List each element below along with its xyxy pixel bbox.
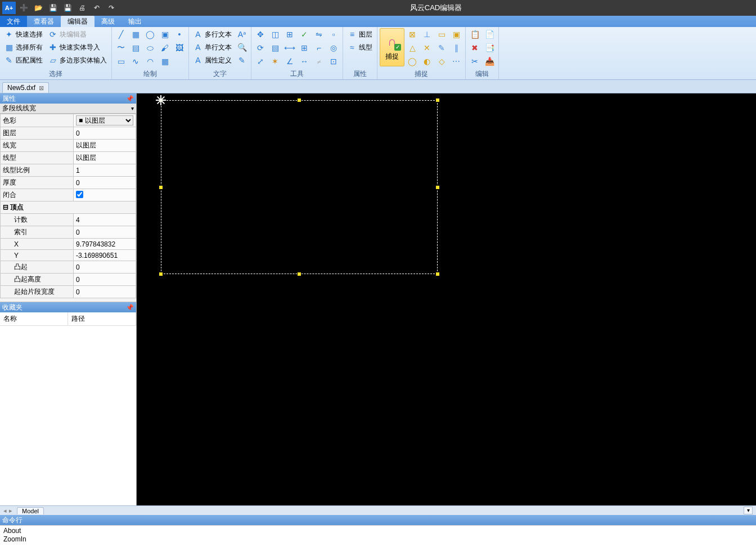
menu-editor[interactable]: 编辑器 — [61, 16, 94, 27]
snap-mid-button[interactable]: △ — [406, 42, 419, 54]
print-icon[interactable]: 🖨 — [75, 2, 89, 14]
prop-val[interactable]: 0 — [74, 261, 136, 274]
snap-nea-button[interactable]: ▭ — [435, 28, 448, 41]
open-icon[interactable]: 📂 — [32, 2, 45, 14]
prop-group[interactable]: ⊟ 顶点 — [1, 201, 136, 214]
prop-图层-value[interactable]: 0 — [76, 129, 80, 137]
prop-val[interactable]: ■ 以图层 — [74, 114, 136, 127]
prop-线宽-value[interactable]: 以图层 — [76, 141, 96, 149]
menu-file[interactable]: 文件 — [0, 16, 27, 27]
more2-button[interactable]: ⊡ — [327, 55, 340, 68]
new-icon[interactable]: ➕ — [17, 2, 30, 14]
paste-button[interactable]: 📄 — [483, 28, 496, 41]
distance-button[interactable]: ↔ — [298, 55, 311, 68]
text-style-button[interactable]: Aᵃ — [235, 28, 249, 41]
snap-per-button[interactable]: ⊥ — [420, 28, 434, 41]
snap-end-button[interactable]: ⊠ — [406, 28, 419, 41]
erase-button[interactable]: ✓ — [298, 28, 311, 41]
prop-val[interactable]: 0 — [74, 226, 136, 239]
handle[interactable] — [297, 272, 302, 276]
prop-闭合-check[interactable] — [76, 191, 83, 198]
block-edit-button[interactable]: ⟳块编辑器 — [46, 28, 109, 41]
spline-button[interactable]: ∿ — [129, 55, 142, 68]
prop-线型比例-value[interactable]: 1 — [76, 167, 80, 174]
prop-厚度-value[interactable]: 0 — [76, 179, 80, 187]
polygon-entity-input-button[interactable]: ▱多边形实体输入 — [46, 54, 109, 66]
prop-线型-value[interactable]: 以图层 — [76, 154, 96, 162]
offset-button[interactable]: ◎ — [327, 42, 340, 54]
arc-button[interactable]: ◠ — [143, 55, 157, 68]
circle-button[interactable]: ◯ — [143, 28, 157, 41]
move-button[interactable]: ✥ — [254, 28, 267, 41]
snap-tan-button[interactable]: ◐ — [420, 55, 434, 68]
pin-icon[interactable]: 📌 — [126, 95, 134, 102]
explode-button[interactable]: ✶ — [268, 55, 282, 68]
block-button[interactable]: ▣ — [158, 28, 172, 41]
hatch-button[interactable]: ▦ — [129, 28, 142, 41]
match-props-button[interactable]: ✎匹配属性 — [2, 54, 45, 66]
linetype-button[interactable]: ≈线型 — [345, 41, 375, 53]
text-find-button[interactable]: 🔍 — [235, 41, 249, 53]
handle[interactable] — [435, 185, 440, 190]
file-tab[interactable]: New5.dxf ⊠ — [2, 82, 49, 93]
object-type-selector[interactable]: 多段线线宽 ▾ — [0, 104, 136, 114]
tab-scroll-left-icon[interactable]: ◂ — [3, 507, 7, 514]
copy-clip-button[interactable]: 📑 — [483, 42, 496, 54]
text-edit-button[interactable]: ✎ — [235, 54, 249, 66]
snap-nod-button[interactable]: ✎ — [435, 42, 448, 54]
prop-val[interactable]: 以图层 — [74, 152, 136, 164]
snap-ins-button[interactable]: ▣ — [449, 28, 463, 41]
snap-ext-button[interactable]: ⋯ — [449, 55, 463, 68]
dim-angle-button[interactable]: ∠ — [283, 55, 296, 68]
prop-val[interactable]: 9.797843832 — [74, 239, 136, 250]
rotate-button[interactable]: ⟳ — [254, 42, 267, 54]
snap-cen-button[interactable]: ◯ — [406, 55, 419, 68]
tab-scroll-right-icon[interactable]: ▸ — [9, 507, 12, 514]
copy-button[interactable]: 📋 — [468, 28, 482, 41]
region-button[interactable]: ▤ — [129, 42, 142, 54]
handle[interactable] — [435, 272, 440, 276]
point-button[interactable]: • — [173, 28, 186, 41]
prop-val[interactable]: 0 — [74, 177, 136, 189]
group-button[interactable]: ⊞ — [283, 28, 296, 41]
handle[interactable] — [159, 272, 163, 276]
scale-button[interactable]: ⤢ — [254, 55, 267, 68]
close-icon[interactable]: ⊠ — [39, 84, 44, 92]
snap-qua-button[interactable]: ◇ — [435, 55, 448, 68]
cut-button[interactable]: ✂ — [468, 55, 482, 68]
quick-select-button[interactable]: ✦快速选择 — [2, 28, 45, 41]
table-button[interactable]: ▦ — [158, 55, 172, 68]
menu-advanced[interactable]: 高级 — [94, 16, 122, 27]
app-icon[interactable]: A+ — [2, 2, 16, 14]
handle[interactable] — [435, 98, 440, 102]
prop-val[interactable]: 0 — [74, 274, 136, 286]
prop-val[interactable]: 4 — [74, 214, 136, 226]
menu-output[interactable]: 输出 — [122, 16, 148, 27]
undo-icon[interactable]: ↶ — [90, 2, 104, 14]
pin-icon[interactable]: 📌 — [126, 304, 134, 311]
rect-button[interactable]: ▭ — [114, 55, 128, 68]
array-button[interactable]: ⊞ — [298, 42, 311, 54]
select-all-button[interactable]: ▦选择所有 — [2, 41, 45, 53]
more1-button[interactable]: ▫ — [327, 28, 340, 41]
handle[interactable] — [297, 98, 302, 102]
image-button[interactable]: 🖼 — [173, 42, 186, 54]
saveall-icon[interactable]: 💾 — [61, 2, 74, 14]
command-line[interactable]: About ZoomIn — [0, 525, 756, 551]
snap-int-button[interactable]: ✕ — [420, 42, 434, 54]
attdef-button[interactable]: A属性定义 — [191, 54, 234, 66]
prop-色彩-select[interactable]: ■ 以图层 — [76, 115, 133, 126]
paint-button[interactable]: 🖌 — [158, 42, 172, 54]
prop-val[interactable]: 1 — [74, 164, 136, 177]
layer-button[interactable]: ≡图层 — [345, 28, 375, 41]
dim-linear-button[interactable]: ⟷ — [283, 42, 296, 54]
snap-par-button[interactable]: ∥ — [449, 42, 463, 54]
model-tab[interactable]: Model — [17, 507, 44, 514]
handle[interactable] — [159, 185, 163, 190]
prop-val[interactable]: 以图层 — [74, 140, 136, 152]
mirror-button[interactable]: ⇋ — [312, 28, 326, 41]
polyline-button[interactable]: 〜 — [114, 42, 128, 54]
menu-viewer[interactable]: 查看器 — [27, 16, 61, 27]
fast-entity-import-button[interactable]: ✚快速实体导入 — [46, 41, 109, 53]
prop-val[interactable] — [74, 189, 136, 201]
